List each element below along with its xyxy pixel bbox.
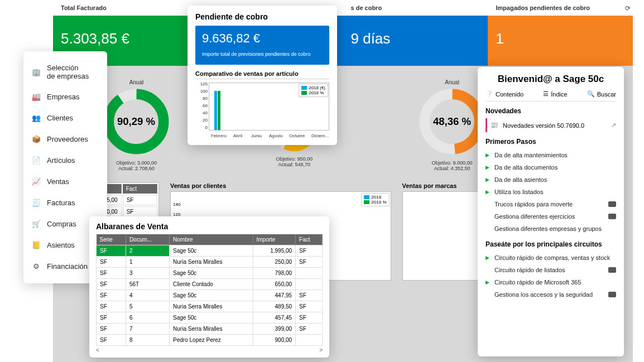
section-novedades: Novedades — [486, 107, 616, 115]
help-link[interactable]: ▶Circuito rápido de Microsoft 365 — [486, 276, 616, 288]
kpi-impagados[interactable]: Impagados pendientes de cobro ⟳ 1 — [488, 16, 633, 66]
sidebar-item-label: Asientos — [47, 241, 75, 249]
col-header[interactable]: Fact — [296, 234, 323, 245]
sales-icon: 📈 — [31, 176, 41, 186]
col-header[interactable]: Nombre — [170, 234, 253, 245]
sidebar-item-5[interactable]: 📈Ventas — [23, 171, 107, 192]
sidebar-item-2[interactable]: 👥Clientes — [23, 107, 107, 128]
table-row[interactable]: SF4Sage 50c447,95SF — [97, 290, 323, 301]
video-icon — [608, 214, 616, 219]
card-title: Pendiente de cobro — [195, 12, 329, 21]
donut-center-label: 48,36 % — [433, 115, 472, 127]
tab-contenido[interactable]: ❔Contenido — [486, 90, 523, 98]
list-icon: ☰ — [543, 90, 549, 98]
table-row[interactable]: SF3Sage 50c798,00 — [97, 268, 323, 279]
pendiente-subtitle: Importe total de previsiones pendientes … — [202, 51, 323, 57]
sidebar-item-label: Financiación — [47, 262, 88, 271]
kpi-row: Total Facturado 5.303,85 € s de cobro 9 … — [53, 16, 633, 66]
sidebar-item-4[interactable]: 📄Artículos — [23, 149, 107, 171]
table-scrollbar[interactable]: <> — [96, 346, 323, 354]
video-icon — [608, 267, 616, 273]
sidebar-item-0[interactable]: 🏢Selección de empresas — [23, 58, 107, 86]
help-link[interactable]: Gestiona diferentes empresas y grupos — [486, 223, 616, 235]
sidebar-item-6[interactable]: 🧾Facturas — [23, 192, 107, 213]
help-link[interactable]: Gestiona los accesos y la seguridad — [486, 288, 616, 301]
col-header[interactable]: Importe — [253, 234, 296, 245]
help-link[interactable]: Trucos rápidos para moverte — [486, 198, 616, 210]
triangle-icon: ▶ — [486, 152, 491, 158]
external-link-icon[interactable]: ↗ — [611, 122, 616, 129]
video-icon — [608, 201, 616, 207]
pendiente-value-box: 9.636,82 € Importe total de previsiones … — [195, 26, 329, 65]
news-icon: 📰 — [491, 122, 498, 129]
search-icon: 🔍 — [587, 90, 595, 98]
help-icon: ❔ — [486, 90, 493, 98]
kpi-value: 1 — [496, 30, 625, 47]
invoice-icon: 🧾 — [31, 197, 41, 207]
help-link[interactable]: ▶Da de alta asientos — [486, 173, 616, 186]
novedad-item[interactable]: 📰 Novedades versión 50.7690.0 ↗ — [486, 118, 616, 132]
sidebar-item-3[interactable]: 📦Proveedores — [23, 128, 107, 149]
cart-icon: 🛒 — [31, 219, 41, 229]
table-row[interactable]: SF7Nuria Serra Miralles399,00SF — [97, 324, 323, 335]
ledger-icon: 📒 — [31, 240, 41, 250]
sidebar-item-label: Clientes — [47, 114, 73, 122]
comparativo-bar-chart: 120 100 80 60 40 20 0 Febrero Abril Juni… — [195, 83, 329, 138]
kpi-value: 9 días — [351, 30, 480, 47]
pendiente-cobro-card: Pendiente de cobro 9.636,82 € Importe to… — [188, 6, 337, 145]
sidebar-item-label: Compras — [47, 220, 76, 228]
tab-indice[interactable]: ☰Índice — [543, 90, 567, 98]
table-row[interactable]: SF5Nuria Serra Miralles489,50SF — [97, 301, 323, 312]
sidebar-item-label: Selección de empresas — [47, 64, 89, 80]
table-row[interactable]: SF6Sage 50c457,45SF — [97, 312, 323, 324]
document-icon: 📄 — [31, 155, 41, 165]
users-icon: 👥 — [31, 113, 41, 123]
kpi-title: Total Facturado — [61, 4, 107, 11]
albaranes-title: Albaranes de Venta — [96, 222, 323, 231]
video-icon — [608, 292, 616, 297]
help-link[interactable]: Circuito rápido de listados — [486, 264, 616, 276]
kpi-title: s de cobro — [351, 4, 382, 11]
kpi-value: 5.303,85 € — [61, 30, 190, 47]
help-tabs: ❔Contenido ☰Índice 🔍Buscar — [486, 90, 616, 102]
kpi-periodo-medio[interactable]: s de cobro 9 días — [343, 16, 488, 66]
sidebar-item-label: Artículos — [47, 156, 75, 165]
sidebar-item-label: Facturas — [47, 199, 75, 207]
albaranes-card: Albaranes de Venta SerieDocum...NombreIm… — [89, 216, 329, 358]
chart-legend: 2018 2018 % — [361, 193, 389, 206]
help-link[interactable]: Gestiona diferentes ejercicios — [486, 210, 616, 223]
help-panel: Bienvenid@ a Sage 50c ❔Contenido ☰Índice… — [478, 67, 624, 356]
col-header[interactable]: Docum... — [126, 234, 169, 245]
objective-label: Objetivo: 950,00 — [219, 156, 370, 162]
sidebar-item-label: Ventas — [47, 177, 69, 186]
sidebar-item-1[interactable]: 🏭Empresas — [23, 86, 107, 107]
help-link[interactable]: ▶Utiliza los listados — [486, 186, 616, 198]
company-select-icon: 🏢 — [31, 67, 41, 77]
table-row[interactable]: SF8Pedro Lopez Perez900,00 — [97, 335, 323, 346]
triangle-icon: ▶ — [486, 255, 491, 260]
triangle-icon: ▶ — [486, 165, 491, 170]
triangle-icon: ▶ — [486, 189, 491, 195]
tab-buscar[interactable]: 🔍Buscar — [587, 90, 616, 98]
sidebar-item-label: Empresas — [47, 93, 80, 101]
panel-title: Ventas por clientes — [170, 182, 391, 189]
triangle-icon: ▶ — [486, 279, 491, 285]
table-row[interactable]: SF2Sage 50c1.995,00SF — [97, 245, 323, 257]
table-row[interactable]: SF56TCliente Contado650,00 — [97, 279, 323, 290]
albaranes-table[interactable]: SerieDocum...NombreImporteFactSF2Sage 50… — [96, 234, 323, 346]
refresh-icon[interactable]: ⟳ — [625, 4, 631, 12]
sidebar-item-label: Proveedores — [47, 135, 88, 143]
col-header[interactable]: Serie — [97, 234, 126, 245]
help-link[interactable]: ▶Circuito rápido de compras, ventas y st… — [486, 252, 616, 264]
help-link[interactable]: ▶Da de alta mantenimientos — [486, 149, 616, 161]
table-row[interactable]: SF1Nuria Serra Miralles250,00SF — [97, 257, 323, 268]
gear-icon: ⚙ — [31, 261, 41, 271]
kpi-title: Impagados pendientes de cobro — [496, 4, 590, 11]
triangle-icon: ▶ — [486, 177, 491, 182]
section-circuitos: Paseáte por los principales circuitos — [486, 240, 616, 248]
section-primeros: Primeros Pasos — [486, 138, 616, 146]
chart-legend: 2018 (€) 2018 % — [299, 84, 328, 97]
help-link[interactable]: ▶Da de alta documentos — [486, 161, 616, 173]
pendiente-value: 9.636,82 € — [202, 31, 323, 46]
help-title: Bienvenid@ a Sage 50c — [486, 74, 616, 85]
